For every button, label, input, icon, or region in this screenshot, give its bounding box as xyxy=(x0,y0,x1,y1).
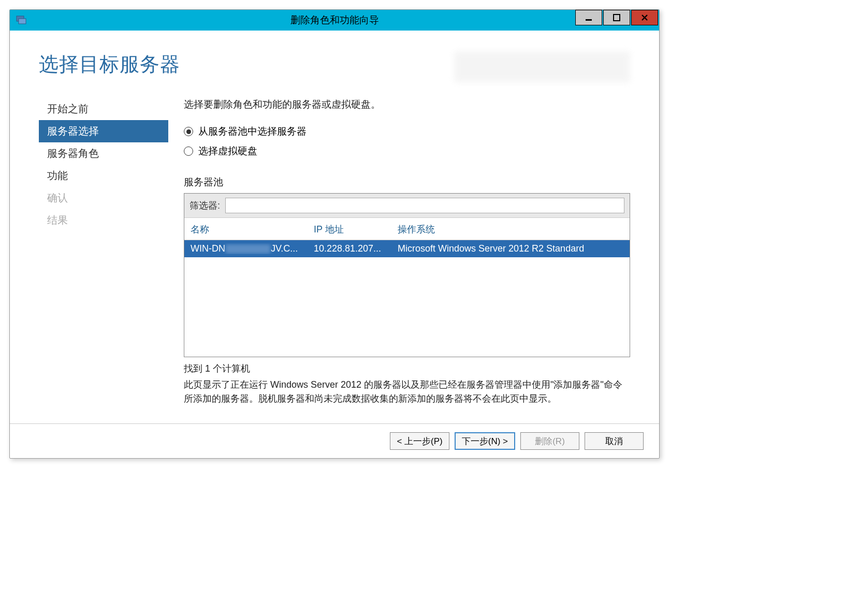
svg-rect-2 xyxy=(586,19,592,21)
radio-virtual-hard-disk[interactable]: 选择虚拟硬盘 xyxy=(184,144,630,158)
page-title: 选择目标服务器 xyxy=(39,51,180,78)
filter-row: 筛选器: xyxy=(184,194,630,218)
radio-icon xyxy=(184,146,193,156)
remove-button[interactable]: 删除(R) xyxy=(520,432,579,450)
table-body: WIN-DNJV.C...10.228.81.207...Microsoft W… xyxy=(184,240,630,357)
sidebar-item-step-2[interactable]: 服务器角色 xyxy=(39,142,168,165)
radio-label: 从服务器池中选择服务器 xyxy=(198,125,307,138)
app-icon xyxy=(15,14,27,26)
maximize-button[interactable] xyxy=(603,10,630,25)
filter-label: 筛选器: xyxy=(190,199,220,212)
server-table: 名称 IP 地址 操作系统 WIN-DNJV.C...10.228.81.207… xyxy=(184,218,630,357)
description-text: 此页显示了正在运行 Windows Server 2012 的服务器以及那些已经… xyxy=(184,378,630,406)
radio-icon xyxy=(184,127,193,136)
next-button[interactable]: 下一步(N) > xyxy=(455,432,515,450)
window-buttons xyxy=(575,10,659,31)
wizard-window: 删除角色和功能向导 选择目标服务器 开始之前服务器选择服务器角色功能确认结果 选… xyxy=(9,9,660,459)
header-area: 选择目标服务器 xyxy=(10,31,659,87)
window-title: 删除角色和功能向导 xyxy=(10,13,659,27)
titlebar: 删除角色和功能向导 xyxy=(10,10,659,31)
body-area: 开始之前服务器选择服务器角色功能确认结果 选择要删除角色和功能的服务器或虚拟硬盘… xyxy=(10,87,659,411)
wizard-footer: < 上一步(P) 下一步(N) > 删除(R) 取消 xyxy=(10,423,659,458)
svg-rect-1 xyxy=(19,19,26,24)
cell-name: WIN-DNJV.C... xyxy=(191,243,312,254)
table-header: 名称 IP 地址 操作系统 xyxy=(184,218,630,240)
cell-os: Microsoft Windows Server 2012 R2 Standar… xyxy=(398,243,623,254)
column-header-os[interactable]: 操作系统 xyxy=(398,223,623,236)
minimize-button[interactable] xyxy=(575,10,602,25)
column-header-ip[interactable]: IP 地址 xyxy=(314,223,396,236)
sidebar-item-step-3[interactable]: 功能 xyxy=(39,165,168,187)
sidebar-item-step-5: 结果 xyxy=(39,209,168,231)
cancel-button[interactable]: 取消 xyxy=(585,432,644,450)
filter-input[interactable] xyxy=(225,198,624,213)
destination-server-info xyxy=(454,51,630,82)
sidebar-item-step-4: 确认 xyxy=(39,187,168,209)
instruction-text: 选择要删除角色和功能的服务器或虚拟硬盘。 xyxy=(184,98,630,111)
content-area: 选择目标服务器 开始之前服务器选择服务器角色功能确认结果 选择要删除角色和功能的… xyxy=(10,31,659,458)
radio-server-pool[interactable]: 从服务器池中选择服务器 xyxy=(184,125,630,138)
sidebar-item-step-1[interactable]: 服务器选择 xyxy=(39,120,168,142)
main-panel: 选择要删除角色和功能的服务器或虚拟硬盘。 从服务器池中选择服务器 选择虚拟硬盘 … xyxy=(184,98,630,406)
wizard-steps-sidebar: 开始之前服务器选择服务器角色功能确认结果 xyxy=(39,98,168,406)
computer-count-text: 找到 1 个计算机 xyxy=(184,362,630,375)
previous-button[interactable]: < 上一步(P) xyxy=(390,432,449,450)
sidebar-item-step-0[interactable]: 开始之前 xyxy=(39,98,168,120)
table-row[interactable]: WIN-DNJV.C...10.228.81.207...Microsoft W… xyxy=(184,240,630,257)
cell-ip: 10.228.81.207... xyxy=(314,243,396,254)
close-button[interactable] xyxy=(631,10,658,25)
svg-rect-3 xyxy=(614,14,620,21)
radio-label: 选择虚拟硬盘 xyxy=(198,144,257,158)
server-pool-box: 筛选器: 名称 IP 地址 操作系统 WIN-DNJV.C...10.228.8… xyxy=(184,193,630,357)
column-header-name[interactable]: 名称 xyxy=(191,223,312,236)
server-pool-label: 服务器池 xyxy=(184,175,630,189)
